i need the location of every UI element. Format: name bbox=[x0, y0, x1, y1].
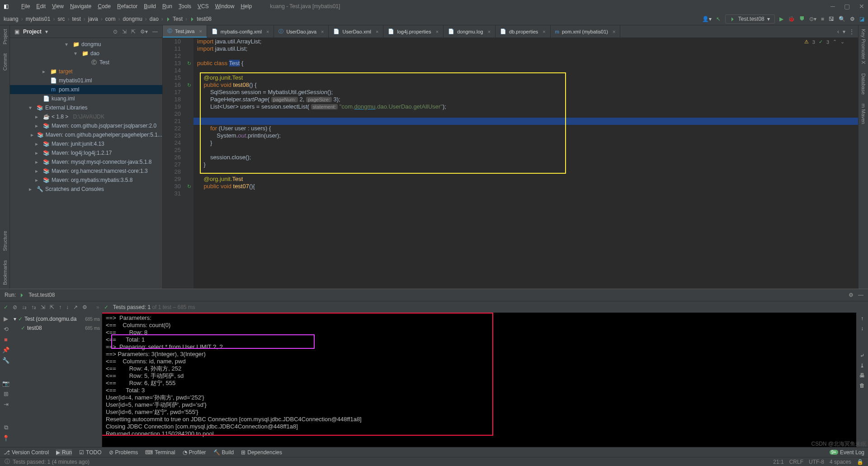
breadcrumb-item[interactable]: java bbox=[88, 16, 98, 22]
tree-row[interactable]: ▸☕< 1.8 >D:\JAVA\JDK bbox=[10, 112, 162, 121]
console-output[interactable]: ==> Parameters: <== Columns: count(0)<==… bbox=[102, 313, 856, 447]
status-item[interactable]: UTF-8 bbox=[809, 459, 824, 465]
menu-refactor[interactable]: Refactor bbox=[117, 3, 137, 10]
menu-vcs[interactable]: VCS bbox=[198, 3, 209, 10]
tree-row[interactable]: 📄mybatis01.iml bbox=[10, 76, 162, 85]
soft-wrap-icon[interactable]: ⤶ bbox=[860, 352, 864, 359]
tree-row[interactable]: ▸🔧Scratches and Consoles bbox=[10, 185, 162, 194]
key-promoter-tab[interactable]: Key Promoter X bbox=[861, 29, 866, 64]
tab-close-icon[interactable]: × bbox=[199, 29, 202, 34]
project-tool-tab[interactable]: Project bbox=[2, 29, 8, 44]
status-item[interactable]: CRLF bbox=[789, 459, 803, 465]
prev-icon[interactable]: ↑ bbox=[59, 304, 61, 310]
import-icon[interactable]: ⇥ bbox=[4, 401, 9, 408]
run-config-selector[interactable]: ⏵ Test.test08 ▾ bbox=[725, 14, 775, 24]
editor-tab[interactable]: ⒸTest.java× bbox=[163, 25, 207, 38]
tab-close-icon[interactable]: × bbox=[321, 29, 324, 34]
user-icon[interactable]: 👤▾ bbox=[702, 16, 712, 22]
breadcrumb-item[interactable]: mybatis01 bbox=[26, 16, 51, 22]
editor-tab[interactable]: 📄UserDao.xml× bbox=[329, 25, 383, 38]
next-icon[interactable]: ↓ bbox=[66, 304, 69, 310]
coverage-button[interactable]: ⛊ bbox=[799, 16, 805, 22]
lock-icon[interactable]: 🔒 bbox=[857, 459, 863, 465]
menu-navigate[interactable]: Navigate bbox=[70, 3, 91, 10]
editor-tab[interactable]: 📄log4j.properties× bbox=[383, 25, 443, 38]
structure-tool-tab[interactable]: Structure bbox=[2, 231, 8, 251]
tab-prev-icon[interactable]: ‹ bbox=[837, 29, 839, 35]
breadcrumb-item[interactable]: kuang bbox=[4, 16, 19, 22]
rerun-button[interactable]: ▶ bbox=[4, 315, 8, 322]
select-opened-icon[interactable]: ⊙ bbox=[113, 29, 118, 35]
history-icon[interactable]: ⧉ bbox=[4, 424, 8, 431]
database-tab[interactable]: Database bbox=[861, 73, 866, 95]
tree-row[interactable]: ▸📚Maven: junit:junit:4.13 bbox=[10, 139, 162, 148]
up-icon[interactable]: ⌃ bbox=[833, 39, 837, 45]
editor-tab[interactable]: 📄dongmu.log× bbox=[443, 25, 495, 38]
wrench-icon[interactable]: 🔧 bbox=[2, 357, 9, 364]
menu-run[interactable]: Run bbox=[162, 3, 172, 10]
menu-build[interactable]: Build bbox=[144, 3, 156, 10]
clear-icon[interactable]: 🗑 bbox=[859, 382, 865, 389]
breadcrumb-item[interactable]: src bbox=[57, 16, 65, 22]
status-item[interactable]: 21:1 bbox=[773, 459, 783, 465]
collapse-all-icon[interactable]: ⇱ bbox=[131, 29, 136, 35]
back-arrow-icon[interactable]: ↖ bbox=[716, 16, 721, 22]
menu-window[interactable]: Window bbox=[215, 3, 235, 10]
collapse-icon[interactable]: ⇱ bbox=[50, 304, 54, 310]
close-icon[interactable]: ✕ bbox=[859, 3, 864, 10]
more-icon[interactable]: ⚙ bbox=[82, 304, 87, 310]
maximize-icon[interactable]: ▢ bbox=[844, 3, 850, 10]
tab-close-icon[interactable]: × bbox=[436, 29, 439, 34]
tree-row[interactable]: ▸📚Maven: org.hamcrest:hamcrest-core:1.3 bbox=[10, 166, 162, 176]
tree-row[interactable]: ▾📚External Libraries bbox=[10, 103, 162, 112]
gear-icon[interactable]: ⚙ bbox=[849, 292, 854, 298]
editor-tab[interactable]: 📄mybatis-config.xml× bbox=[207, 25, 274, 38]
tab-close-icon[interactable]: × bbox=[376, 29, 378, 34]
project-tree[interactable]: ▾📁dongmu▾📁daoⒸTest▸📁target📄mybatis01.iml… bbox=[10, 38, 162, 289]
tree-row[interactable]: ▾📁dao bbox=[10, 49, 162, 58]
toolwindow-run[interactable]: ▶Run bbox=[56, 449, 72, 456]
pin-icon[interactable]: 📌 bbox=[2, 347, 9, 353]
tab-close-icon[interactable]: × bbox=[266, 29, 269, 34]
maven-tab[interactable]: m Maven bbox=[861, 104, 866, 124]
breadcrumb-item[interactable]: ⏵ Test bbox=[166, 16, 183, 22]
tab-more-icon[interactable]: ⋮ bbox=[849, 29, 854, 35]
hide-panel-icon[interactable]: — bbox=[858, 292, 863, 298]
breadcrumb-item[interactable]: dongmu bbox=[123, 16, 142, 22]
run-button[interactable]: ▶ bbox=[779, 16, 783, 22]
sort-icon[interactable]: ↓₂ bbox=[22, 304, 27, 310]
toolwindow-terminal[interactable]: ⌨Terminal bbox=[145, 449, 175, 456]
tests-passed-check-icon[interactable]: ✓ bbox=[4, 304, 8, 310]
settings-icon[interactable]: ⚙ bbox=[850, 16, 855, 22]
editor-tab[interactable]: 📄db.properties× bbox=[495, 25, 551, 38]
tab-close-icon[interactable]: × bbox=[542, 29, 545, 34]
stop-button2[interactable]: ■ bbox=[4, 336, 8, 343]
code-content[interactable]: ⚠3 ✓3 ⌃ ⌄ import java.util.ArrayList;imp… bbox=[193, 38, 858, 289]
debug-button[interactable]: 🐞 bbox=[788, 16, 795, 22]
bookmarks-tool-tab[interactable]: Bookmarks bbox=[2, 260, 8, 285]
minimize-icon[interactable]: ─ bbox=[830, 3, 835, 10]
sort2-icon[interactable]: ↑₂ bbox=[31, 304, 36, 310]
toolwindow-build[interactable]: 🔨Build bbox=[213, 449, 234, 456]
profile-button[interactable]: ⊙▾ bbox=[809, 16, 816, 22]
test-tree-row[interactable]: ▾✓Test (com.dongmu.da685 ms bbox=[14, 314, 100, 323]
status-item[interactable]: 4 spaces bbox=[830, 459, 851, 465]
tab-close-icon[interactable]: × bbox=[488, 29, 491, 34]
scroll-end-icon[interactable]: ⤓ bbox=[860, 362, 864, 369]
breadcrumb-item[interactable]: ⏵ test08 bbox=[190, 16, 212, 22]
expand-all-icon[interactable]: ⇲ bbox=[122, 29, 127, 35]
gear-icon[interactable]: ⚙▾ bbox=[140, 29, 148, 35]
tree-row[interactable]: ▸📚Maven: mysql:mysql-connector-java:5.1.… bbox=[10, 157, 162, 166]
tree-row[interactable]: ▸📚Maven: org.mybatis:mybatis:3.5.8 bbox=[10, 176, 162, 185]
rerun-failed-button[interactable]: ⟲ bbox=[4, 326, 9, 333]
down-icon[interactable]: ⌄ bbox=[840, 39, 844, 45]
down-arrow-icon[interactable]: ↓ bbox=[861, 325, 863, 332]
test-tree[interactable]: ▾✓Test (com.dongmu.da685 ms✓test08685 ms bbox=[12, 313, 102, 447]
project-dropdown-icon[interactable]: ▾ bbox=[45, 29, 48, 35]
up-arrow-icon[interactable]: ↑ bbox=[861, 315, 863, 322]
tree-row[interactable]: ⒸTest bbox=[10, 58, 162, 67]
breadcrumb-item[interactable]: test bbox=[72, 16, 80, 22]
commit-tool-tab[interactable]: Commit bbox=[2, 53, 8, 71]
toolwindow-version-control[interactable]: ⎇Version Control bbox=[4, 449, 49, 456]
menu-file[interactable]: File bbox=[21, 3, 30, 10]
